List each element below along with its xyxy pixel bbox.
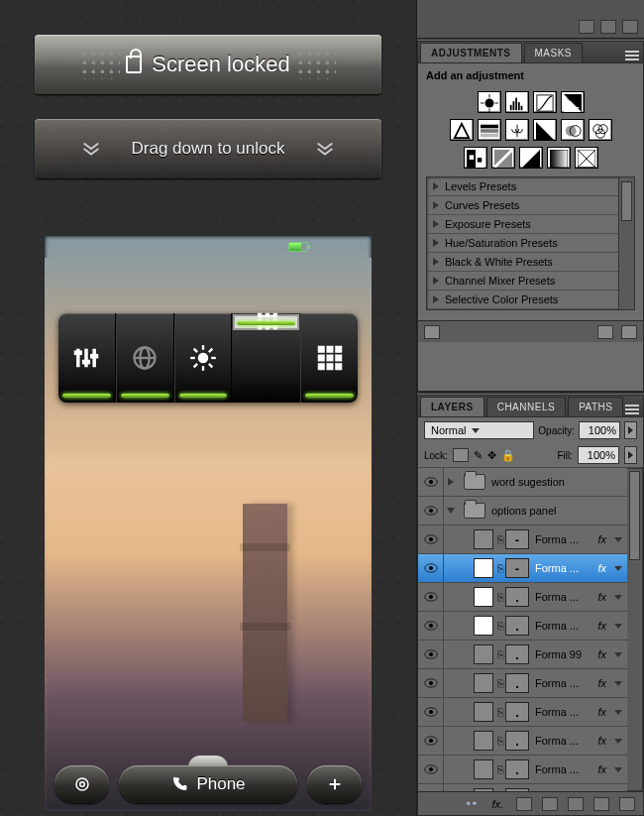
scrollbar[interactable] <box>627 468 643 791</box>
visibility-toggle[interactable] <box>418 554 444 582</box>
preset-row[interactable]: Curves Presets <box>427 196 618 215</box>
preset-row[interactable]: Hue/Saturation Presets <box>427 234 618 253</box>
scrollbar[interactable] <box>619 176 635 310</box>
widget-transform[interactable] <box>232 313 300 331</box>
dock-right-button[interactable] <box>307 765 362 803</box>
visibility-toggle[interactable] <box>418 669 444 697</box>
layer-row[interactable]: ⎘.Forma ...fx <box>418 727 627 756</box>
layer-mask-thumb[interactable] <box>474 558 493 578</box>
trash-icon[interactable] <box>619 797 635 811</box>
layer-mask-thumb[interactable] <box>474 702 493 722</box>
layer-thumb[interactable]: . <box>505 731 529 751</box>
phone-button[interactable]: Phone <box>119 765 297 803</box>
layer-thumb[interactable]: . <box>505 587 529 607</box>
opacity-input[interactable]: 100% <box>579 421 620 439</box>
fx-dropdown-icon[interactable] <box>614 681 622 686</box>
view-icon[interactable] <box>597 325 613 339</box>
fx-dropdown-icon[interactable] <box>614 624 622 629</box>
layer-mask-thumb[interactable] <box>474 587 493 607</box>
panel-menu-icon[interactable] <box>625 51 639 62</box>
drag-bar[interactable]: Drag down to unlock <box>35 119 381 178</box>
widget-sliders[interactable] <box>58 313 116 403</box>
fill-input[interactable]: 100% <box>578 446 619 464</box>
panel-menu-icon[interactable] <box>625 405 639 416</box>
lock-all-icon[interactable]: 🔒 <box>501 449 515 462</box>
mini-icon[interactable] <box>600 20 616 34</box>
layer-group-row[interactable]: word sugestion <box>418 468 627 497</box>
layer-mask-thumb[interactable] <box>474 759 493 779</box>
photo-filter-icon[interactable] <box>561 119 585 141</box>
exposure-icon[interactable] <box>561 91 585 113</box>
levels-icon[interactable] <box>505 91 529 113</box>
layer-thumb[interactable]: . <box>505 673 529 693</box>
visibility-toggle[interactable] <box>418 698 444 726</box>
fx-dropdown-icon[interactable] <box>614 652 622 657</box>
clip-icon[interactable] <box>424 325 440 339</box>
vibrance-icon[interactable] <box>450 119 474 141</box>
tab-layers[interactable]: LAYERS <box>420 397 484 416</box>
brightness-contrast-icon[interactable] <box>478 91 501 113</box>
widget-brightness[interactable] <box>174 313 233 403</box>
visibility-toggle[interactable] <box>418 525 444 553</box>
layer-row[interactable]: ⎘.Forma ...fx <box>418 669 627 698</box>
visibility-toggle[interactable] <box>418 727 444 755</box>
adjustment-layer-icon[interactable] <box>542 797 558 811</box>
mini-icon[interactable] <box>579 20 594 34</box>
fx-dropdown-icon[interactable] <box>614 710 622 715</box>
layer-row[interactable]: ⎘.Forma 99fx <box>418 641 627 669</box>
fx-icon[interactable]: fx. <box>491 798 503 810</box>
visibility-toggle[interactable] <box>418 497 444 525</box>
posterize-icon[interactable] <box>491 147 515 169</box>
disclosure-icon[interactable] <box>444 505 458 517</box>
layer-group-row[interactable]: options panel <box>418 497 627 525</box>
tab-channels[interactable]: CHANNELS <box>486 397 566 416</box>
dock-left-button[interactable] <box>54 765 109 803</box>
bw-icon[interactable] <box>533 119 557 141</box>
fx-dropdown-icon[interactable] <box>614 595 622 600</box>
layer-row[interactable]: ⎘-Forma ...fx <box>418 554 627 583</box>
layer-thumb[interactable]: . <box>505 644 529 664</box>
mini-icon[interactable] <box>622 20 638 34</box>
visibility-toggle[interactable] <box>418 468 444 496</box>
lock-brush-icon[interactable]: ✎ <box>474 449 483 462</box>
widget-globe[interactable] <box>116 313 174 403</box>
blend-mode-select[interactable]: Normal <box>424 421 534 439</box>
fx-dropdown-icon[interactable] <box>614 739 622 744</box>
layer-thumb[interactable]: - <box>505 529 529 549</box>
layer-thumb[interactable]: . <box>505 759 529 779</box>
fx-dropdown-icon[interactable] <box>614 537 622 542</box>
layer-row[interactable]: ⎘.Forma ...fx <box>418 784 627 791</box>
visibility-toggle[interactable] <box>418 641 444 668</box>
gradient-map-icon[interactable] <box>547 147 571 169</box>
lock-move-icon[interactable]: ✥ <box>487 449 496 462</box>
layer-thumb[interactable]: . <box>505 702 529 722</box>
curves-icon[interactable] <box>533 91 557 113</box>
visibility-toggle[interactable] <box>418 583 444 611</box>
layer-mask-thumb[interactable] <box>474 731 493 751</box>
selective-color-icon[interactable] <box>575 147 598 169</box>
widget-apps[interactable] <box>300 313 358 403</box>
invert-icon[interactable] <box>464 147 487 169</box>
layer-mask-thumb[interactable] <box>474 673 493 693</box>
layer-thumb[interactable]: - <box>505 558 529 578</box>
fx-dropdown-icon[interactable] <box>614 767 622 772</box>
color-balance-icon[interactable] <box>505 119 529 141</box>
preset-row[interactable]: Levels Presets <box>427 177 618 196</box>
layer-row[interactable]: ⎘.Forma ...fx <box>418 583 627 612</box>
link-layers-icon[interactable]: 👓 <box>465 797 479 810</box>
layer-mask-thumb[interactable] <box>474 616 493 636</box>
opacity-flyout[interactable] <box>624 421 637 439</box>
new-layer-icon[interactable] <box>593 797 609 811</box>
tab-masks[interactable]: MASKS <box>524 43 584 62</box>
layer-mask-thumb[interactable] <box>474 529 493 549</box>
disclosure-icon[interactable] <box>444 476 458 488</box>
layer-row[interactable]: ⎘.Forma ...fx <box>418 612 627 641</box>
layer-row[interactable]: ⎘.Forma ...fx <box>418 756 627 784</box>
preset-row[interactable]: Exposure Presets <box>427 215 618 234</box>
hue-sat-icon[interactable] <box>478 119 501 141</box>
threshold-icon[interactable] <box>519 147 543 169</box>
fill-flyout[interactable] <box>624 446 637 464</box>
preset-row[interactable]: Black & White Presets <box>427 253 618 272</box>
visibility-toggle[interactable] <box>418 784 444 791</box>
layer-row[interactable]: ⎘-Forma ...fx <box>418 525 627 554</box>
